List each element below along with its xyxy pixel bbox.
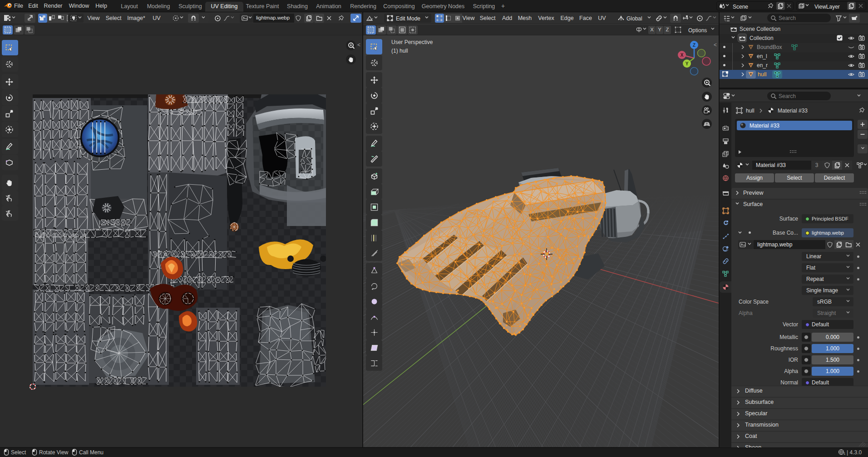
- svg-text:X: X: [681, 53, 684, 58]
- svg-text:Z: Z: [693, 43, 695, 48]
- svg-text:Y: Y: [686, 61, 689, 66]
